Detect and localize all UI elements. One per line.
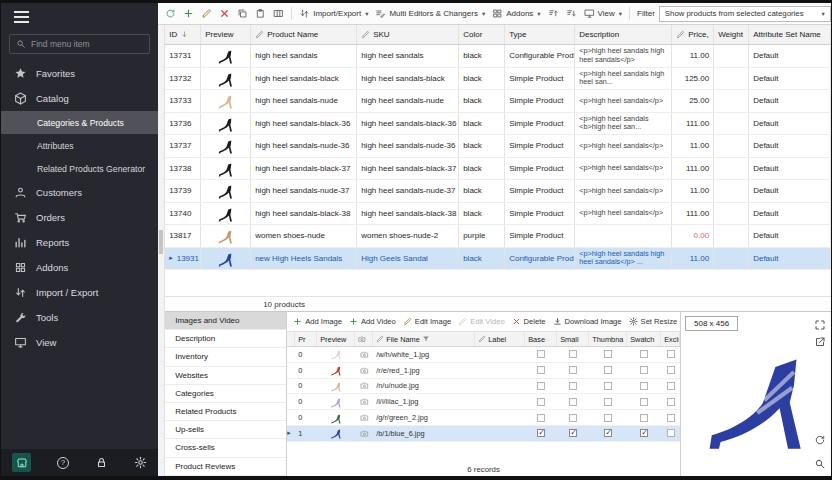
images-column-header-camera[interactable]: [355, 332, 373, 346]
small-checkbox[interactable]: [569, 366, 577, 374]
table-row[interactable]: 13740high heel sandals-black-38high heel…: [165, 203, 831, 226]
help-button[interactable]: ?: [57, 457, 69, 469]
images-column-header-thumbna[interactable]: Thumbna: [589, 332, 627, 346]
swatch-checkbox[interactable]: [640, 429, 648, 437]
small-checkbox[interactable]: [569, 350, 577, 358]
tab-related-products[interactable]: Related Products: [165, 403, 286, 421]
tab-categories[interactable]: Categories: [165, 385, 286, 403]
column-header-color[interactable]: Color: [459, 25, 505, 44]
base-checkbox[interactable]: [537, 429, 545, 437]
thumb-checkbox[interactable]: [604, 398, 612, 406]
table-row[interactable]: 13738high heel sandals-black-37high heel…: [165, 158, 831, 181]
sidebar-item-attributes[interactable]: Attributes: [1, 134, 158, 157]
column-header-sku[interactable]: SKU: [357, 25, 459, 44]
zoom-image-button[interactable]: [814, 456, 826, 468]
sidebar-item-customers[interactable]: Customers: [1, 180, 158, 205]
exclude-checkbox[interactable]: [667, 366, 675, 374]
tab-up-sells[interactable]: Up-sells: [165, 421, 286, 439]
table-row[interactable]: 13739high heel sandals-nude-37high heel …: [165, 180, 831, 203]
table-row[interactable]: 13737high heel sandals-nude-36high heel …: [165, 135, 831, 158]
delete-image-button[interactable]: Delete: [512, 317, 546, 326]
sort-descending-button[interactable]: [563, 6, 580, 21]
tab-product-reviews[interactable]: Product Reviews: [165, 458, 286, 476]
column-header-attribute-set-name[interactable]: Attribute Set Name: [749, 25, 831, 44]
table-row[interactable]: 13732high heel sandals-blackhigh heel sa…: [165, 68, 831, 91]
tab-inventory[interactable]: Inventory: [165, 348, 286, 366]
sidebar-item-view[interactable]: View: [1, 330, 158, 355]
base-checkbox[interactable]: [537, 382, 545, 390]
tab-websites[interactable]: Websites: [165, 367, 286, 385]
column-header-id[interactable]: ID: [165, 25, 201, 44]
column-header-preview[interactable]: Preview: [201, 25, 251, 44]
images-column-header-exclude[interactable]: Exclude: [661, 332, 680, 346]
base-checkbox[interactable]: [537, 366, 545, 374]
sidebar-item-import-export[interactable]: Import / Export: [1, 280, 158, 305]
multi-editors-menu[interactable]: Multi Editors & Changers▾: [372, 6, 488, 21]
sidebar-item-tools[interactable]: Tools: [1, 305, 158, 330]
table-row[interactable]: 13731high heel sandalshigh heel sandalsb…: [165, 45, 831, 68]
sidebar-item-favorites[interactable]: Favorites: [1, 61, 158, 86]
thumb-checkbox[interactable]: [604, 429, 612, 437]
sidebar-search-input[interactable]: [31, 39, 143, 49]
thumb-checkbox[interactable]: [604, 414, 612, 422]
sidebar-item-addons[interactable]: Addons: [1, 255, 158, 280]
thumb-checkbox[interactable]: [604, 366, 612, 374]
copy-button[interactable]: [234, 6, 251, 21]
edit-image-button[interactable]: Edit Image: [403, 317, 451, 326]
image-row[interactable]: 0/g/r/green_2.jpg: [287, 410, 680, 426]
small-checkbox[interactable]: [569, 382, 577, 390]
rotate-image-button[interactable]: [814, 432, 826, 444]
settings-button[interactable]: [134, 456, 147, 469]
lock-button[interactable]: [95, 456, 108, 469]
sidebar-item-catalog[interactable]: Catalog: [1, 86, 158, 111]
image-row[interactable]: 0/n/u/nude.jpg: [287, 379, 680, 395]
exclude-checkbox[interactable]: [667, 350, 675, 358]
exclude-checkbox[interactable]: [667, 382, 675, 390]
import-export-menu[interactable]: Import/Export▾: [296, 6, 371, 21]
images-column-header-base[interactable]: Base: [525, 332, 557, 346]
base-checkbox[interactable]: [537, 350, 545, 358]
image-row[interactable]: 0/l/i/lilac_1.jpg: [287, 394, 680, 410]
images-column-header-label[interactable]: Label: [475, 332, 525, 346]
tab-cross-sells[interactable]: Cross-sells: [165, 439, 286, 457]
swatch-checkbox[interactable]: [640, 398, 648, 406]
tab-description[interactable]: Description: [165, 330, 286, 348]
delete-product-button[interactable]: [216, 6, 233, 21]
exclude-checkbox[interactable]: [667, 429, 675, 437]
image-row[interactable]: ▸1/b/1/blue_6.jpg: [287, 426, 680, 442]
small-checkbox[interactable]: [569, 398, 577, 406]
swatch-checkbox[interactable]: [640, 414, 648, 422]
edit-product-button[interactable]: [198, 6, 215, 21]
category-filter-select[interactable]: Show products from selected categories▾: [659, 6, 831, 22]
images-column-header-pr[interactable]: Pr: [295, 332, 317, 346]
sidebar-item-categories-products[interactable]: Categories & Products: [1, 111, 158, 134]
swatch-checkbox[interactable]: [640, 350, 648, 358]
paste-button[interactable]: [252, 6, 269, 21]
exclude-checkbox[interactable]: [667, 398, 675, 406]
table-row[interactable]: 13817women shoes-nudewomen shoes-nude-2p…: [165, 225, 831, 248]
swatch-checkbox[interactable]: [640, 366, 648, 374]
small-checkbox[interactable]: [569, 414, 577, 422]
base-checkbox[interactable]: [537, 414, 545, 422]
images-column-header-swatch[interactable]: Swatch: [627, 332, 661, 346]
menu-toggle-button[interactable]: [1, 3, 158, 31]
small-checkbox[interactable]: [569, 429, 577, 437]
view-menu[interactable]: View▾: [581, 6, 625, 21]
addons-menu[interactable]: Addons▾: [489, 6, 543, 21]
table-row[interactable]: 13736high heel sandals-black-36high heel…: [165, 113, 831, 136]
base-checkbox[interactable]: [537, 398, 545, 406]
sidebar-item-related-products-generator[interactable]: Related Products Generator: [1, 157, 158, 180]
swatch-checkbox[interactable]: [640, 382, 648, 390]
table-row[interactable]: 13733high heel sandals-nudehigh heel san…: [165, 90, 831, 113]
sidebar-item-orders[interactable]: Orders: [1, 205, 158, 230]
images-column-header-small[interactable]: Small: [557, 332, 589, 346]
refresh-button[interactable]: [162, 6, 179, 21]
add-video-button[interactable]: Add Video: [349, 317, 396, 326]
sidebar-search[interactable]: [9, 34, 150, 54]
column-header-price[interactable]: Price,: [672, 25, 714, 44]
image-row[interactable]: 0/w/h/white_1.jpg: [287, 347, 680, 363]
column-header-description[interactable]: Description: [575, 25, 672, 44]
image-row[interactable]: 0/r/e/red_1.jpg: [287, 363, 680, 379]
fullscreen-button[interactable]: [814, 317, 826, 329]
thumb-checkbox[interactable]: [604, 350, 612, 358]
